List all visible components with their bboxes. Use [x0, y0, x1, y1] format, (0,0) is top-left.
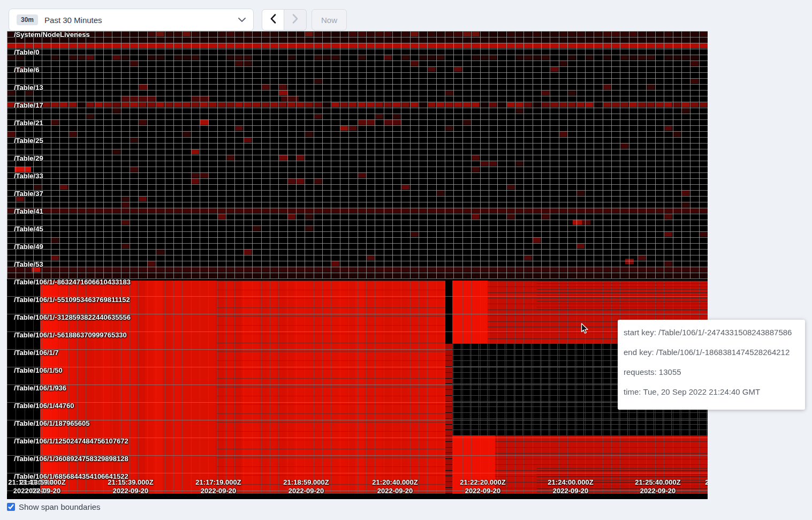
now-button[interactable]: Now: [312, 9, 347, 31]
chevron-right-icon: [292, 14, 298, 26]
range-badge: 30m: [17, 14, 38, 25]
tooltip-line: requests: 13055: [624, 366, 799, 378]
chevron-left-icon: [270, 14, 276, 26]
tooltip-line: start key: /Table/106/1/-247433150824388…: [624, 327, 799, 338]
forward-button[interactable]: [284, 9, 307, 31]
time-range-select[interactable]: 30m Past 30 Minutes: [9, 9, 254, 31]
chevron-down-icon: [238, 18, 246, 22]
keyviz-canvas[interactable]: [7, 31, 708, 499]
range-label: Past 30 Minutes: [44, 16, 102, 25]
span-boundaries-checkbox[interactable]: [7, 503, 15, 511]
span-boundaries-control: Show span boundaries: [7, 502, 101, 511]
tooltip-line: time: Tue, 20 Sep 2022 21:24:40 GMT: [624, 386, 799, 398]
keyviz-page: 30m Past 30 Minutes Now /System/NodeLive…: [0, 0, 812, 520]
span-tooltip: start key: /Table/106/1/-247433150824388…: [618, 320, 805, 410]
back-button[interactable]: [262, 9, 284, 31]
keyviz-heatmap[interactable]: /System/NodeLiveness/Table/0/Table/6/Tab…: [7, 31, 708, 499]
span-boundaries-label[interactable]: Show span boundaries: [19, 502, 101, 511]
time-nav-group: [262, 9, 307, 31]
tooltip-line: end key: /Table/106/1/-18683814745282642…: [624, 346, 799, 358]
